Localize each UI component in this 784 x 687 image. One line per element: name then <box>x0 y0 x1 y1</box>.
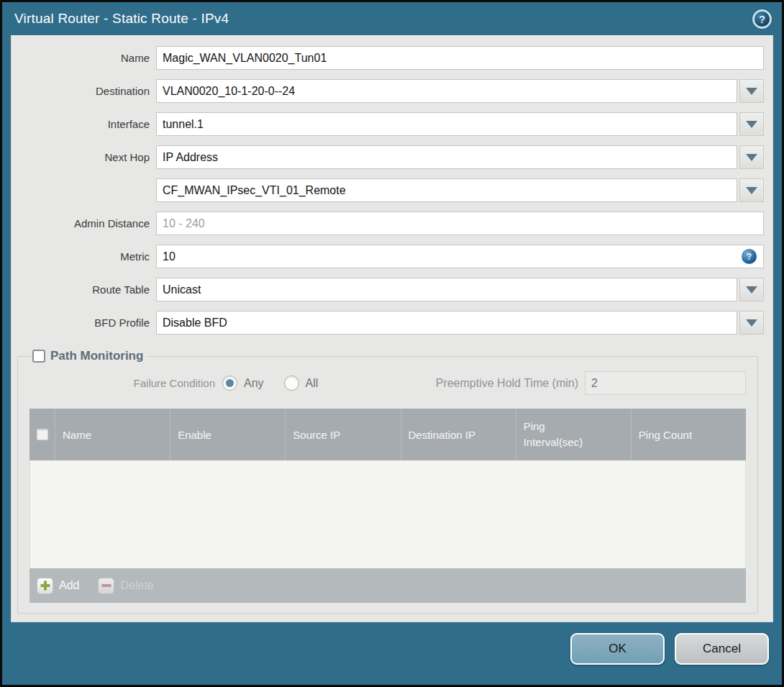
table-header-ping-count-label: Ping Count <box>639 429 692 441</box>
metric-help-icon[interactable]: ? <box>742 249 757 264</box>
admin-distance-field-wrap <box>156 211 764 235</box>
table-header-enable-label: Enable <box>178 429 211 441</box>
admin-distance-label: Admin Distance <box>12 211 156 235</box>
dialog-body: Name Destination Interface <box>11 35 773 622</box>
path-monitoring-checkbox[interactable] <box>32 350 45 363</box>
select-all-checkbox[interactable] <box>37 429 48 440</box>
admin-distance-input[interactable] <box>156 211 764 235</box>
failure-condition-radio-group: Any All <box>222 376 338 391</box>
help-icon[interactable]: ? <box>752 9 772 29</box>
table-header-destination-ip: Destination IP <box>401 409 516 460</box>
table-body-empty <box>29 460 746 568</box>
name-input[interactable] <box>156 46 764 70</box>
route-table-label: Route Table <box>12 278 156 301</box>
destination-row: Destination <box>12 79 764 103</box>
route-table-select[interactable] <box>156 278 737 301</box>
bfd-profile-dropdown-button[interactable] <box>739 311 764 335</box>
name-field-wrap <box>156 46 764 70</box>
route-table-row: Route Table <box>12 278 764 301</box>
interface-dropdown-button[interactable] <box>739 112 764 136</box>
add-button[interactable]: Add <box>37 578 79 594</box>
chevron-down-icon <box>746 121 757 128</box>
radio-option-all[interactable]: All <box>284 376 319 391</box>
next-hop-dropdown-button[interactable] <box>739 145 764 169</box>
chevron-down-icon <box>746 319 757 327</box>
next-hop-address-input[interactable] <box>156 178 737 202</box>
name-label: Name <box>12 46 156 70</box>
table-header-name-label: Name <box>63 429 91 441</box>
destination-label: Destination <box>12 79 156 103</box>
name-row: Name <box>12 46 764 70</box>
next-hop-label: Next Hop <box>12 145 156 169</box>
interface-row: Interface <box>12 112 764 136</box>
admin-distance-row: Admin Distance <box>12 211 764 235</box>
next-hop-address-dropdown-button[interactable] <box>739 178 764 202</box>
failure-condition-row: Failure Condition Any All Preemptive Hol… <box>29 371 746 395</box>
dialog-window: Virtual Router - Static Route - IPv4 ? N… <box>0 0 784 687</box>
dialog-titlebar: Virtual Router - Static Route - IPv4 ? <box>2 2 782 35</box>
metric-field-wrap: ? <box>156 245 764 268</box>
route-table-dropdown-button[interactable] <box>739 278 764 301</box>
radio-any-label: Any <box>244 377 264 390</box>
interface-input[interactable] <box>156 112 737 136</box>
radio-all-icon[interactable] <box>284 376 299 391</box>
table-toolbar: Add Delete <box>29 568 746 603</box>
next-hop-field-wrap <box>156 145 764 169</box>
metric-label: Metric <box>12 245 156 268</box>
next-hop-address-row <box>12 178 764 202</box>
dialog-title: Virtual Router - Static Route - IPv4 <box>14 11 229 27</box>
next-hop-address-field-wrap <box>156 178 764 202</box>
path-monitoring-table: Name Enable Source IP Destination IP Pin… <box>29 409 746 603</box>
path-monitoring-title: Path Monitoring <box>50 349 143 363</box>
interface-label: Interface <box>12 112 156 136</box>
failure-condition-label: Failure Condition <box>29 377 222 389</box>
dialog-frame: Virtual Router - Static Route - IPv4 ? N… <box>2 2 782 685</box>
table-header-ping-interval: Ping Interval(sec) <box>516 409 631 460</box>
minus-icon <box>98 578 114 594</box>
table-header-checkbox-cell <box>29 409 55 460</box>
radio-any-icon[interactable] <box>222 376 237 391</box>
bfd-profile-row: BFD Profile <box>12 311 764 335</box>
table-header-source-ip: Source IP <box>285 409 400 460</box>
next-hop-address-label <box>12 178 156 202</box>
table-header-destination-ip-label: Destination IP <box>409 429 475 441</box>
cancel-button[interactable]: Cancel <box>675 633 769 665</box>
dialog-footer: OK Cancel <box>2 622 782 685</box>
table-header-ping-interval-label: Ping Interval(sec) <box>524 419 596 450</box>
metric-input[interactable] <box>156 245 764 268</box>
destination-dropdown-button[interactable] <box>739 79 764 103</box>
route-table-field-wrap <box>156 278 764 301</box>
table-header-ping-count: Ping Count <box>631 409 746 460</box>
preemptive-hold-time-label: Preemptive Hold Time (min) <box>436 377 585 390</box>
preemptive-hold-time-input[interactable] <box>585 371 746 395</box>
bfd-profile-label: BFD Profile <box>12 311 156 335</box>
destination-field-wrap <box>156 79 764 103</box>
chevron-down-icon <box>746 286 757 294</box>
plus-icon <box>37 578 53 594</box>
interface-field-wrap <box>156 112 764 136</box>
add-button-label: Add <box>59 579 79 592</box>
chevron-down-icon <box>746 88 757 95</box>
destination-input[interactable] <box>156 79 737 103</box>
table-header-source-ip-label: Source IP <box>293 429 340 441</box>
path-monitoring-section: Path Monitoring Failure Condition Any Al… <box>17 349 758 614</box>
table-header-name: Name <box>55 409 170 460</box>
delete-button[interactable]: Delete <box>98 578 153 594</box>
metric-row: Metric ? <box>12 245 764 268</box>
bfd-profile-select[interactable] <box>156 311 737 335</box>
ok-button[interactable]: OK <box>570 633 665 665</box>
chevron-down-icon <box>746 154 757 161</box>
chevron-down-icon <box>746 187 757 194</box>
table-header-row: Name Enable Source IP Destination IP Pin… <box>29 409 746 460</box>
table-header-enable: Enable <box>170 409 285 460</box>
next-hop-row: Next Hop <box>12 145 764 169</box>
path-monitoring-legend: Path Monitoring <box>31 349 147 363</box>
next-hop-select[interactable] <box>156 145 737 169</box>
radio-all-label: All <box>306 377 319 390</box>
radio-option-any[interactable]: Any <box>222 376 264 391</box>
bfd-profile-field-wrap <box>156 311 764 335</box>
delete-button-label: Delete <box>120 579 153 592</box>
